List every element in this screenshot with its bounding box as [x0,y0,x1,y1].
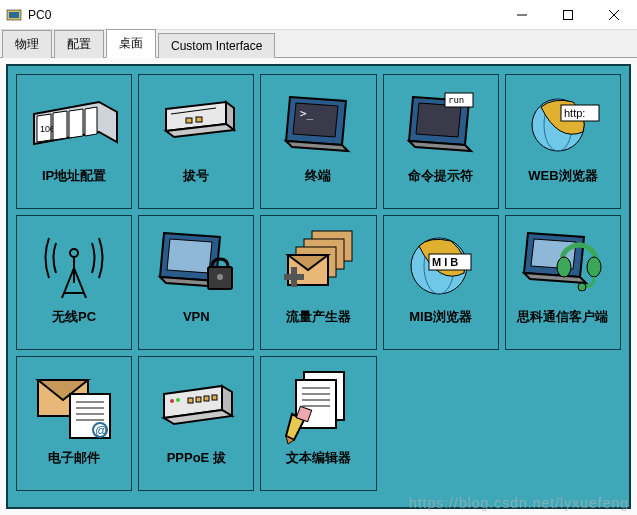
close-button[interactable] [591,0,637,30]
svg-point-54 [578,283,586,291]
tab-physical[interactable]: 物理 [2,30,52,58]
app-label: 命令提示符 [408,169,473,184]
close-icon [609,10,619,20]
app-vpn[interactable]: VPN [138,215,254,350]
svg-marker-11 [85,107,97,136]
vpn-icon [151,220,241,310]
app-label: 无线PC [52,310,96,325]
maximize-button[interactable] [545,0,591,30]
app-label: 流量产生器 [286,310,351,325]
tab-config[interactable]: 配置 [54,30,104,58]
mib-badge: MIB [432,256,461,268]
svg-point-38 [217,274,223,280]
svg-point-68 [176,398,180,402]
app-email[interactable]: @ 电子邮件 [16,356,132,491]
svg-rect-17 [196,117,202,122]
svg-rect-3 [564,10,573,19]
svg-point-29 [70,249,78,257]
app-mib-browser[interactable]: MIB MIB浏览器 [383,215,499,350]
ip-config-icon: 106 [29,79,119,169]
app-traffic-generator[interactable]: 流量产生器 [260,215,376,350]
maximize-icon [563,10,573,20]
titlebar: PC0 [0,0,637,30]
tabbar: 物理 配置 桌面 Custom Interface [0,30,637,58]
svg-marker-23 [416,103,461,137]
text-editor-icon [273,361,363,451]
app-dialup[interactable]: 拔号 [138,74,254,209]
svg-point-67 [170,399,174,403]
app-label: PPPoE 拔 [167,451,226,466]
web-browser-icon: http: [518,79,608,169]
tab-label: 物理 [15,37,39,51]
tab-desktop[interactable]: 桌面 [106,29,156,58]
app-label: WEB浏览器 [528,169,597,184]
svg-marker-10 [69,109,83,138]
app-label: 电子邮件 [48,451,100,466]
desktop-grid: 106 IP地址配置 拔号 >_ [6,64,631,509]
app-label: 终端 [305,169,331,184]
desktop-container: 106 IP地址配置 拔号 >_ [0,58,637,515]
run-badge: run [448,95,464,105]
tab-label: Custom Interface [171,39,262,53]
terminal-icon: >_ [273,79,363,169]
minimize-icon [517,10,527,20]
svg-point-53 [587,257,601,277]
app-text-editor[interactable]: 文本编辑器 [260,356,376,491]
tab-label: 配置 [67,37,91,51]
minimize-button[interactable] [499,0,545,30]
svg-rect-69 [188,398,193,403]
app-label: 拔号 [183,169,209,184]
app-label: 文本编辑器 [286,451,351,466]
mib-browser-icon: MIB [396,220,486,310]
app-wireless-pc[interactable]: 无线PC [16,215,132,350]
app-web-browser[interactable]: http: WEB浏览器 [505,74,621,209]
app-label: 思科通信客户端 [517,310,608,325]
pppoe-icon [151,361,241,451]
app-pppoe[interactable]: PPPoE 拔 [138,356,254,491]
tab-custom-interface[interactable]: Custom Interface [158,33,275,58]
app-label: IP地址配置 [42,169,106,184]
app-command-prompt[interactable]: run 命令提示符 [383,74,499,209]
cisco-communicator-icon [518,220,608,310]
app-icon [6,7,22,23]
svg-rect-72 [212,395,217,400]
app-terminal[interactable]: >_ 终端 [260,74,376,209]
svg-rect-70 [196,397,201,402]
svg-rect-71 [204,396,209,401]
svg-text:@: @ [95,424,107,438]
email-icon: @ [29,361,119,451]
svg-marker-35 [167,239,212,273]
svg-text:>_: >_ [300,107,314,120]
tab-label: 桌面 [119,36,143,50]
app-label: MIB浏览器 [409,310,472,325]
dialup-icon [151,79,241,169]
window-title: PC0 [28,8,499,22]
app-cisco-communicator[interactable]: 思科通信客户端 [505,215,621,350]
wireless-pc-icon [29,220,119,310]
command-prompt-icon: run [396,79,486,169]
http-badge: http: [564,107,585,119]
svg-marker-9 [53,111,67,140]
app-label: VPN [183,310,210,325]
svg-point-52 [557,257,571,277]
traffic-generator-icon [273,220,363,310]
svg-rect-1 [9,12,19,18]
app-ip-config[interactable]: 106 IP地址配置 [16,74,132,209]
svg-rect-16 [186,118,192,123]
